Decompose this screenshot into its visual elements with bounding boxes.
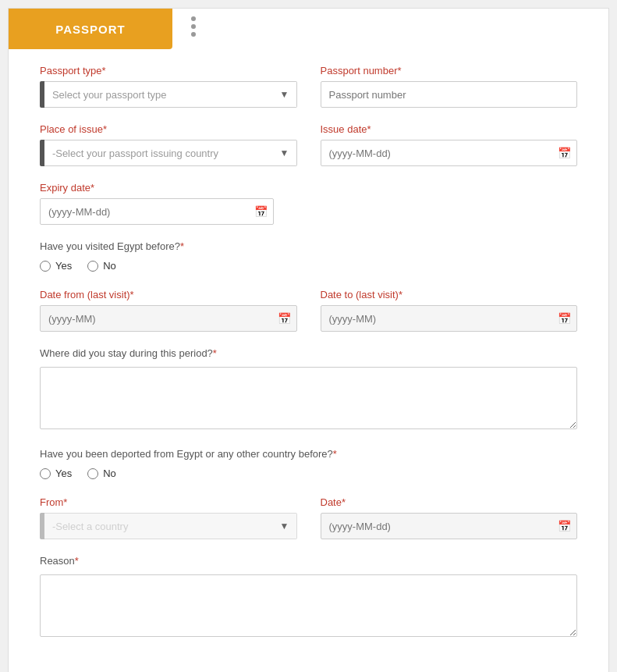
- visited-egypt-yes-radio[interactable]: [40, 261, 51, 272]
- form-area: Passport type* Select your passport type…: [9, 49, 608, 672]
- visited-egypt-no-radio[interactable]: [87, 261, 98, 272]
- dot-3[interactable]: [191, 32, 196, 37]
- row-place-issue-date: Place of issue* -Select your passport is…: [40, 123, 577, 166]
- label-from-country: From*: [40, 496, 297, 508]
- passport-type-select[interactable]: Select your passport type: [44, 81, 297, 108]
- place-of-issue-input-wrapper: -Select your passport issuing country ▼: [40, 140, 297, 166]
- label-date-to: Date to (last visit)*: [321, 289, 578, 300]
- reason-textarea[interactable]: [40, 574, 577, 637]
- passport-title: PASSPORT: [55, 23, 125, 36]
- been-deported-yes-radio[interactable]: [40, 468, 51, 479]
- issue-date-input[interactable]: [321, 140, 578, 166]
- from-country-input-wrapper: -Select a country ▼: [40, 513, 297, 539]
- label-date-from: Date from (last visit)*: [40, 289, 297, 300]
- label-visited-egypt: Have you visited Egypt before?*: [40, 240, 577, 252]
- group-from-country: From* -Select a country ▼: [40, 496, 297, 539]
- row-expiry-date: Expiry date* 📅: [40, 182, 577, 225]
- place-of-issue-select[interactable]: -Select your passport issuing country: [44, 140, 297, 166]
- expiry-date-input-wrapper: 📅: [40, 198, 274, 225]
- group-place-of-issue: Place of issue* -Select your passport is…: [40, 123, 297, 166]
- group-passport-number: Passport number*: [321, 65, 578, 108]
- where-stay-textarea[interactable]: [40, 367, 577, 429]
- dot-2[interactable]: [191, 24, 196, 29]
- label-where-stay: Where did you stay during this period?*: [40, 347, 577, 359]
- group-where-stay: Where did you stay during this period?*: [40, 347, 577, 432]
- issue-date-input-wrapper: 📅: [321, 140, 578, 166]
- date-from-input-wrapper: 📅: [40, 305, 297, 332]
- passport-type-input-wrapper: Select your passport type ▼: [40, 81, 297, 108]
- been-deported-no-radio[interactable]: [87, 468, 98, 479]
- date-to-input[interactable]: [321, 305, 578, 332]
- passport-number-input-wrapper: [321, 81, 578, 108]
- label-been-deported: Have you been deported from Egypt or any…: [40, 448, 577, 460]
- date-to-input-wrapper: 📅: [321, 305, 578, 332]
- label-issue-date: Issue date*: [321, 123, 578, 135]
- label-passport-type: Passport type*: [40, 65, 297, 76]
- header-bar: PASSPORT: [9, 9, 172, 49]
- label-deportation-date: Date*: [321, 496, 578, 508]
- label-passport-number: Passport number*: [321, 65, 578, 76]
- deportation-date-input[interactable]: [321, 513, 578, 539]
- been-deported-yes-label[interactable]: Yes: [40, 468, 72, 479]
- label-reason: Reason*: [40, 555, 577, 567]
- group-visited-egypt: Have you visited Egypt before?* Yes No: [40, 240, 577, 276]
- page-container: PASSPORT Passport type* Select your pass…: [8, 8, 609, 672]
- label-expiry-date: Expiry date*: [40, 182, 274, 194]
- group-issue-date: Issue date* 📅: [321, 123, 578, 166]
- been-deported-radio-group: Yes No: [40, 468, 577, 484]
- row-passport-type-number: Passport type* Select your passport type…: [40, 65, 577, 108]
- row-from-country-date: From* -Select a country ▼ Date*: [40, 496, 577, 539]
- group-passport-type: Passport type* Select your passport type…: [40, 65, 297, 108]
- expiry-date-input[interactable]: [40, 198, 274, 225]
- from-country-select-wrapper: -Select a country ▼: [44, 513, 297, 539]
- row-date-from-to: Date from (last visit)* 📅 Date to (last …: [40, 289, 577, 332]
- group-date-to: Date to (last visit)* 📅: [321, 289, 578, 332]
- deportation-date-input-wrapper: 📅: [321, 513, 578, 539]
- group-been-deported: Have you been deported from Egypt or any…: [40, 448, 577, 484]
- place-of-issue-select-wrapper: -Select your passport issuing country ▼: [44, 140, 297, 166]
- passport-number-input[interactable]: [321, 81, 578, 108]
- group-expiry-date: Expiry date* 📅: [40, 182, 274, 225]
- visited-egypt-yes-label[interactable]: Yes: [40, 260, 72, 272]
- group-deportation-date: Date* 📅: [321, 496, 578, 539]
- group-reason: Reason*: [40, 555, 577, 640]
- date-from-input[interactable]: [40, 305, 297, 332]
- passport-type-select-wrapper: Select your passport type ▼: [44, 81, 297, 108]
- visited-egypt-radio-group: Yes No: [40, 260, 577, 276]
- from-country-select[interactable]: -Select a country: [44, 513, 297, 539]
- dot-1[interactable]: [191, 16, 196, 21]
- visited-egypt-no-label[interactable]: No: [87, 260, 116, 272]
- label-place-of-issue: Place of issue*: [40, 123, 297, 135]
- been-deported-no-label[interactable]: No: [87, 468, 116, 479]
- dots-menu[interactable]: [191, 16, 196, 37]
- group-date-from: Date from (last visit)* 📅: [40, 289, 297, 332]
